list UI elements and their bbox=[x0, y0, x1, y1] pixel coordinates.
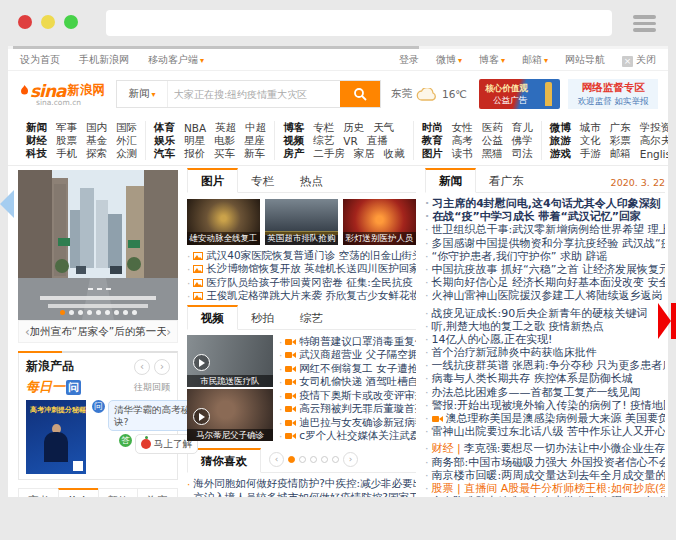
nav-item[interactable]: 图片 bbox=[422, 147, 443, 161]
nav-item[interactable]: 买车 bbox=[214, 147, 235, 161]
photo-carousel[interactable] bbox=[18, 170, 178, 320]
photo-thumbnail[interactable]: 雄安动脉全线复工 bbox=[187, 199, 260, 245]
photo-list-item[interactable]: ·王俊凯定格弹跳大片来袭 乔欣复古少女鲜花妆 bbox=[187, 290, 416, 304]
photo-thumbnail[interactable]: 彩灯送别医护人员 bbox=[343, 199, 416, 245]
news-item[interactable]: ·股票 | 直播间 A股最牛分析师榜王根:如何抄底(答疑) bbox=[425, 482, 665, 495]
pager-dot[interactable] bbox=[332, 456, 339, 463]
search-button[interactable] bbox=[340, 81, 380, 107]
products-prev-button[interactable]: ‹ bbox=[134, 359, 150, 375]
close-window-button[interactable] bbox=[18, 15, 32, 29]
nav-item[interactable]: 时尚 bbox=[422, 121, 443, 135]
nav-item[interactable]: 广东 bbox=[610, 121, 631, 135]
nav-item[interactable]: 手游 bbox=[580, 147, 601, 161]
nav-item[interactable]: 国际 bbox=[116, 121, 137, 135]
pager-dot[interactable] bbox=[299, 456, 306, 463]
carousel-dot[interactable] bbox=[114, 310, 119, 315]
news-item[interactable]: ·南京楼市回暖:两周成交量达到去年全月成交量的78% bbox=[425, 469, 665, 482]
tab-视频[interactable]: 视频 bbox=[187, 305, 238, 330]
news-item[interactable]: ·习主席的4封慰问电,这4句话尤其令人印象深刻 bbox=[425, 197, 665, 210]
nav-item[interactable]: 中超 bbox=[245, 121, 266, 135]
news-item[interactable]: ·听,荆楚大地的复工之歌 疫情新热点 bbox=[425, 320, 665, 333]
nav-item[interactable]: 读书 bbox=[452, 147, 473, 161]
pager-dot[interactable] bbox=[321, 456, 328, 463]
nav-item[interactable]: 收藏 bbox=[384, 147, 405, 161]
nav-item[interactable]: 历史 bbox=[343, 121, 364, 135]
minimize-window-button[interactable] bbox=[41, 15, 55, 29]
tab-热点[interactable]: 热点 bbox=[287, 171, 336, 192]
carousel-dot[interactable] bbox=[69, 310, 74, 315]
nav-item[interactable]: 众测 bbox=[116, 147, 137, 161]
nav-item[interactable]: 高尔夫 bbox=[640, 134, 668, 148]
video-list-item[interactable]: ·迪巴拉与女友确诊新冠病毒 bbox=[279, 416, 416, 430]
nav-item[interactable]: 科技 bbox=[26, 147, 47, 161]
nav-item[interactable]: 彩票 bbox=[610, 134, 631, 148]
question-bubble[interactable]: 清华学霸的高考秘诀? bbox=[108, 400, 198, 431]
pager-dot[interactable] bbox=[310, 456, 317, 463]
video-list-item[interactable]: ·高云翔被判无罪后董璇首亮相 bbox=[279, 403, 416, 417]
nav-item[interactable]: 二手房 bbox=[313, 147, 345, 161]
nav-item[interactable]: 城市 bbox=[580, 121, 601, 135]
news-item[interactable]: ·商务部:中国市场磁吸力强大 外国投资者信心不会变 bbox=[425, 456, 665, 469]
nav-item[interactable]: 基金 bbox=[86, 134, 107, 148]
nav-item[interactable]: 高考 bbox=[452, 134, 473, 148]
nav-item[interactable]: 综艺 bbox=[313, 134, 334, 148]
video-list-item[interactable]: ·女司机偷快递 酒驾吐槽自己 bbox=[279, 376, 416, 390]
shop-tab-新款[interactable]: 新款 bbox=[98, 489, 138, 497]
news-item[interactable]: ·在战“疫”中学习成长 带着“武汉记忆”回家 bbox=[425, 210, 665, 223]
nav-item[interactable]: 旅游 bbox=[550, 134, 571, 148]
carousel-dot[interactable] bbox=[132, 310, 137, 315]
nav-item[interactable]: 娱乐 bbox=[154, 134, 175, 148]
nav-item[interactable]: 探索 bbox=[86, 147, 107, 161]
photo-thumbnail[interactable]: 英国超市排队抢购 bbox=[265, 199, 338, 245]
nav-item[interactable]: 新闻 bbox=[26, 121, 47, 135]
news-item[interactable]: ·雷神山出院要过东北话八级 苦中作乐让人又开心又感动 bbox=[425, 425, 665, 438]
shop-tab-淘宝[interactable]: 淘宝 bbox=[137, 489, 177, 497]
shop-tab-热卖[interactable]: 热卖 bbox=[58, 488, 98, 497]
guess-prev-button[interactable]: ‹ bbox=[269, 452, 284, 467]
search-input[interactable] bbox=[168, 81, 340, 107]
photo-list-item[interactable]: ·医疗队员给孩子带回黄冈密卷 征集:全民抗疫 bbox=[187, 276, 416, 290]
nav-item[interactable]: 天气 bbox=[373, 121, 394, 135]
products-next-button[interactable]: › bbox=[154, 359, 170, 375]
address-bar[interactable] bbox=[106, 10, 612, 36]
topbar-link[interactable]: 网站导航 bbox=[565, 53, 605, 67]
nav-item[interactable]: 文化 bbox=[580, 134, 601, 148]
news-item[interactable]: ·中国抗疫故事 抓好“六稳”之首 让经济发展恢复元气 bbox=[425, 263, 665, 276]
pager-dot[interactable] bbox=[288, 456, 295, 463]
nav-item[interactable]: 博客 bbox=[283, 121, 304, 135]
carousel-dot[interactable] bbox=[123, 310, 128, 315]
zoom-window-button[interactable] bbox=[64, 15, 78, 29]
news-item[interactable]: ·火神山雷神山医院援汉参建工人将陆续返乡返岗 bbox=[425, 289, 665, 302]
video-list-item[interactable]: ·网红不倒翁复工 女子遭抢亲 bbox=[279, 362, 416, 376]
nav-item[interactable]: 军事 bbox=[56, 121, 77, 135]
topbar-link[interactable]: 微博▾ bbox=[436, 53, 462, 67]
topbar-link[interactable]: 设为首页 bbox=[20, 53, 60, 67]
nav-item[interactable]: 英超 bbox=[215, 121, 236, 135]
news-item[interactable]: ·澳总理称美国是澳感染病例最大来源 美国要负责 bbox=[425, 412, 665, 425]
news-item[interactable]: ·多国感谢中国提供物资和分享抗疫经验 武汉战“疫” bbox=[425, 237, 665, 250]
news-item[interactable]: ·14亿人的心愿,正在实现! bbox=[425, 333, 665, 346]
tab-秒拍[interactable]: 秒拍 bbox=[238, 308, 287, 329]
carousel-dots[interactable] bbox=[18, 310, 178, 315]
topbar-link[interactable]: 手机新浪网 bbox=[79, 53, 129, 67]
nav-item[interactable]: NBA bbox=[184, 122, 206, 134]
weather-widget[interactable]: 东莞 16℃ bbox=[391, 87, 467, 101]
nav-item[interactable]: 公益 bbox=[482, 134, 503, 148]
carousel-dot[interactable] bbox=[96, 310, 101, 315]
nav-item[interactable]: 外汇 bbox=[116, 134, 137, 148]
news-item[interactable]: ·战疫见证成长:90后央企新青年的硬核关键词 bbox=[425, 307, 665, 320]
browser-menu-icon[interactable] bbox=[633, 15, 656, 35]
topbar-link[interactable]: 邮箱▾ bbox=[522, 53, 548, 67]
topbar-link[interactable]: 登录 bbox=[399, 53, 419, 67]
news-item[interactable]: ·财经 |李克强:要想尽一切办法让中小微企业生存下来 bbox=[425, 442, 665, 455]
nav-item[interactable]: 微博 bbox=[550, 121, 571, 135]
topbar-link[interactable]: 博客▾ bbox=[479, 53, 505, 67]
news-item[interactable]: ·长期向好信心足 经济长期向好基本面没改变 安全复工 bbox=[425, 276, 665, 289]
photo-list-item[interactable]: ·长沙博物馆恢复开放 英雄机长送四川医护回家 bbox=[187, 263, 416, 277]
guess-title-tab[interactable]: 猜你喜欢 bbox=[187, 448, 261, 473]
left-edge-arrow[interactable] bbox=[0, 190, 14, 218]
network-supervision-box[interactable]: 网络监督专区 欢迎监督 如实举报 bbox=[568, 79, 658, 109]
nav-item[interactable]: VR bbox=[343, 135, 357, 147]
news-item[interactable]: ·警报:开始出现被境外输入传染的病例了! 疫情地图 bbox=[425, 399, 665, 412]
news-item[interactable]: ·一线抗疫群英谱 张恩莉:争分夺秒 只为更多患者康复 bbox=[425, 359, 665, 372]
